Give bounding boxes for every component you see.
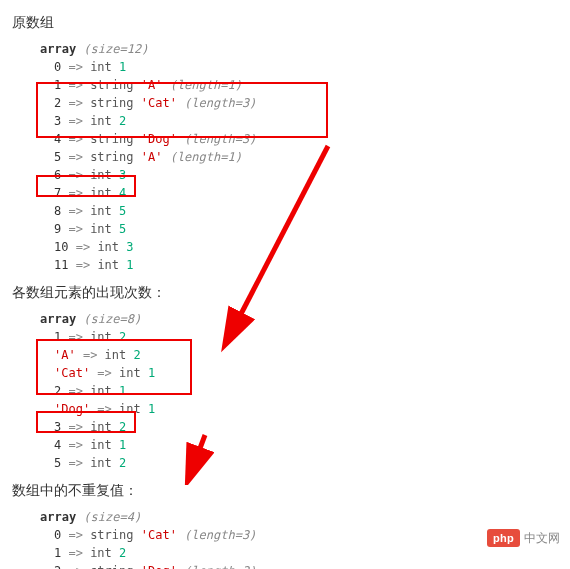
array-row: 11 => int 1 <box>40 256 558 274</box>
array-row: 0 => string 'Cat' (length=3) <box>40 526 558 544</box>
array-row: 4 => string 'Dog' (length=3) <box>40 130 558 148</box>
array-header: array (size=12) <box>40 40 558 58</box>
array-row: 5 => string 'A' (length=1) <box>40 148 558 166</box>
section2-title: 各数组元素的出现次数： <box>12 284 558 302</box>
array-row: 3 => int 2 <box>40 112 558 130</box>
array-row: 'Dog' => int 1 <box>40 400 558 418</box>
array-row: 'Cat' => int 1 <box>40 364 558 382</box>
array-row: 2 => int 1 <box>40 382 558 400</box>
array-header: array (size=8) <box>40 310 558 328</box>
array-row: 4 => int 1 <box>40 436 558 454</box>
array-row: 1 => int 2 <box>40 328 558 346</box>
section3-title: 数组中的不重复值： <box>12 482 558 500</box>
brand-logo: php 中文网 <box>487 529 560 547</box>
section1-code: array (size=12)0 => int 11 => string 'A'… <box>40 40 558 274</box>
section3-code: array (size=4)0 => string 'Cat' (length=… <box>40 508 558 569</box>
array-row: 0 => int 1 <box>40 58 558 76</box>
array-row: 1 => string 'A' (length=1) <box>40 76 558 94</box>
brand-text: 中文网 <box>524 530 560 547</box>
document-content: 原数组 array (size=12)0 => int 11 => string… <box>0 0 570 569</box>
array-row: 2 => string 'Dog' (length=3) <box>40 562 558 569</box>
array-row: 'A' => int 2 <box>40 346 558 364</box>
section1-title: 原数组 <box>12 14 558 32</box>
array-row: 8 => int 5 <box>40 202 558 220</box>
array-row: 2 => string 'Cat' (length=3) <box>40 94 558 112</box>
array-row: 7 => int 4 <box>40 184 558 202</box>
brand-badge: php <box>487 529 520 547</box>
array-row: 5 => int 2 <box>40 454 558 472</box>
array-header: array (size=4) <box>40 508 558 526</box>
array-row: 1 => int 2 <box>40 544 558 562</box>
section2-code: array (size=8)1 => int 2'A' => int 2'Cat… <box>40 310 558 472</box>
array-row: 9 => int 5 <box>40 220 558 238</box>
array-row: 3 => int 2 <box>40 418 558 436</box>
array-row: 10 => int 3 <box>40 238 558 256</box>
array-row: 6 => int 3 <box>40 166 558 184</box>
